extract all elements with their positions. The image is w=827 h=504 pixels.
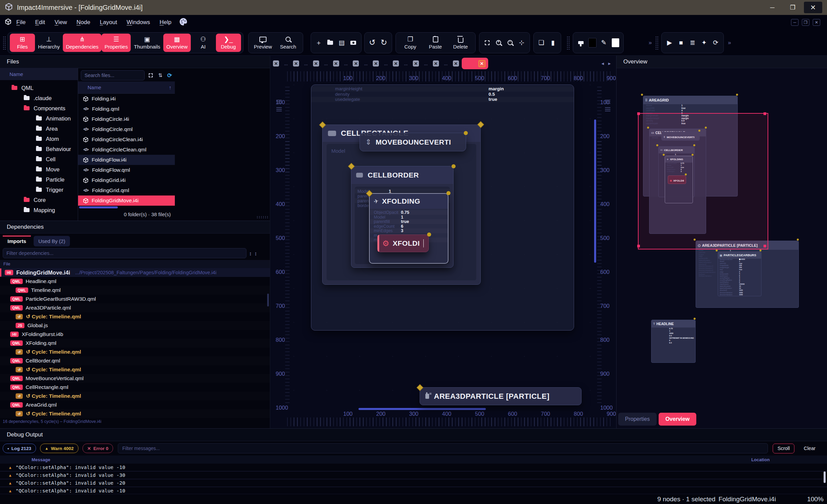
new-button[interactable]: ＋ [313,36,325,50]
background-color-swatch[interactable] [587,36,598,50]
dependency-row[interactable]: ↺↺ Cycle: Timeline.qml [0,409,270,418]
dependencies-toggle-button[interactable]: ⋔Dependencies [63,34,102,52]
ruler-handle-icon[interactable] [276,107,282,112]
search-button[interactable]: Search [276,34,301,52]
preview-button[interactable]: Preview [251,34,276,52]
panel-solid-icon[interactable]: ▮ [547,36,559,50]
play-icon[interactable]: ▶ [664,36,675,50]
undo-icon[interactable]: ↺ [367,36,378,50]
ai-toggle-button[interactable]: ⚇AI [191,34,216,52]
sparkles-icon[interactable]: ✦ [698,36,710,50]
file-row[interactable]: </>FoldingCircleClean.qml [78,145,175,155]
close-icon[interactable]: ✕ [373,60,379,67]
error-count-badge[interactable]: ✕Error 0 [82,444,113,453]
node-handle[interactable] [694,239,696,241]
node-handle[interactable] [705,127,707,129]
tab-overview[interactable]: Overview [659,413,696,426]
close-icon[interactable]: ✕ [293,60,299,67]
warn-count-badge[interactable]: ▲Warn 4002 [40,444,78,453]
node-handle[interactable] [797,239,799,241]
file-row[interactable]: </>FoldingCircle.qml [78,124,175,134]
node-handle[interactable] [694,318,696,320]
tab-used-by-2-[interactable]: Used By (2) [34,236,70,246]
fullscreen-icon[interactable] [481,36,493,50]
tree-item-behaviour[interactable]: Behaviour [0,144,78,154]
close-icon[interactable]: ✕ [313,60,319,67]
toolbar-drag-handle[interactable] [655,36,659,50]
wide-brush-icon[interactable] [575,36,587,50]
canvas-tab[interactable]: ... [419,61,433,66]
canvas-tab[interactable]: ... [379,61,393,66]
ruler-handle-icon[interactable] [605,107,610,112]
tab-scroll-right-icon[interactable]: ▸ [608,60,611,67]
node-handle[interactable] [698,130,700,132]
canvas-tab[interactable]: ... [359,61,373,66]
tree-column-header[interactable]: Name [0,68,78,80]
node-handle[interactable] [641,94,643,96]
dependency-row[interactable]: QMLXFolding.qml [0,339,270,348]
thumbnails-toggle-button[interactable]: ▣Thumbnails [131,34,163,52]
node-canvas[interactable]: ✕...✕...✕...✕...✕...✕...✕...✕...✕...✕✕ ◂… [270,56,616,428]
close-icon[interactable]: ✕ [478,60,485,67]
close-icon[interactable]: ✕ [333,60,339,67]
canvas-tab[interactable]: ... [279,61,293,66]
copy-button[interactable]: ❐Copy [398,34,423,52]
tree-item-qml[interactable]: QML [0,83,78,93]
node-handle[interactable] [736,94,738,96]
debug-message-row[interactable]: ▲"QColor::setAlpha": invalid value -20 [0,479,827,487]
node-handle[interactable] [693,144,695,146]
sort-ascending-icon[interactable]: ↑ [169,85,172,90]
file-row[interactable]: </>Folding.qml [78,104,175,114]
dependency-column-header[interactable]: File [0,260,270,268]
sort-icon[interactable]: ↕ [249,250,252,256]
paste-button[interactable]: Paste [423,34,448,52]
toolbar-drag-handle[interactable] [567,36,570,50]
dependency-row[interactable]: QMLCellRectangle.qml [0,383,270,392]
dependency-row[interactable]: QMLParticleGearBurstRAW3D.qml [0,295,270,303]
dependency-row[interactable]: ↺↺ Cycle: Timeline.qml [0,312,270,321]
stop-icon[interactable]: ■ [675,36,687,50]
file-row[interactable]: FoldingFlow.i4i [78,155,175,165]
delete-button[interactable]: Delete [448,34,473,52]
overview-toggle-button[interactable]: ▦Overview [163,34,191,52]
dependency-row[interactable]: QMLMoveBounceVertical.qml [0,374,270,383]
debug-toggle-button[interactable]: ❯_Debug [216,34,241,52]
toolbar-drag-handle[interactable] [3,36,6,50]
task-list-icon[interactable]: ≣ [687,36,698,50]
dependency-row[interactable]: I4IXFoldingBurst.i4b [0,330,270,339]
canvas-tab[interactable]: ... [439,61,453,66]
mdi-close-icon[interactable]: ✕ [813,19,820,26]
dependency-row[interactable]: QMLCellBorder.qml [0,356,270,365]
canvas-node-movebounce[interactable]: ⇕MOVEBOUNCEVERTI [360,133,466,151]
save-icon[interactable]: ▤ [336,36,348,50]
files-toggle-button[interactable]: ⊞Files [10,34,35,52]
tree-item-particle[interactable]: Particle [0,174,78,185]
canvas-node-xfoldi[interactable]: ⚙XFOLDI [377,235,429,252]
vertical-scrollbar[interactable] [824,471,826,483]
menu-item-help[interactable]: Help [160,19,171,26]
log-count-badge[interactable]: •Log 2123 [3,444,36,453]
file-row[interactable]: FoldingCircle.i4i [78,114,175,124]
menu-item-layout[interactable]: Layout [100,19,117,26]
canvas-tab[interactable]: ... [319,61,333,66]
tree-item-core[interactable]: Core [0,195,78,205]
tab-imports[interactable]: Imports [3,236,31,246]
tree-item-claude[interactable]: .claude [0,93,78,103]
chevrons-icon[interactable]: » [728,39,731,46]
canvas-tab[interactable]: ... [339,61,353,66]
file-row[interactable]: FoldingGridMove.i4i [78,195,175,206]
active-canvas-tab[interactable]: ✕ [462,58,488,69]
menu-item-view[interactable]: View [55,19,67,26]
section-resize-handle[interactable] [256,216,268,219]
canvas-tab[interactable]: ... [299,61,313,66]
menu-item-edit[interactable]: Edit [35,19,45,26]
canvas-node-area3dparticle[interactable]: AREA3DPARTICLE [PARTICLE] [420,387,582,405]
tab-properties[interactable]: Properties [618,413,657,426]
dependency-row[interactable]: ↺↺ Cycle: Timeline.qml [0,365,270,374]
search-input[interactable] [81,70,145,80]
tree-item-animation[interactable]: Animation [0,113,78,124]
viewport-rectangle[interactable] [638,113,768,249]
node-handle[interactable] [464,131,468,135]
dependency-row[interactable]: QMLHeadline.qml [0,277,270,286]
filter-messages-input[interactable] [118,443,768,453]
